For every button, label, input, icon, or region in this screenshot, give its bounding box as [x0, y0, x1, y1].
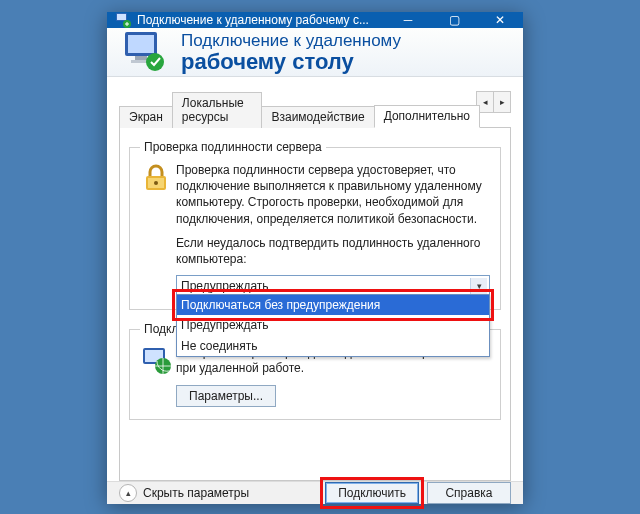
header-line2: рабочему столу [181, 50, 401, 73]
chevron-up-icon: ▴ [119, 484, 137, 502]
combobox-value: Предупреждать [181, 278, 269, 294]
server-auth-prompt: Если неудалось подтвердить подлинность у… [176, 235, 490, 267]
svg-point-7 [146, 53, 164, 71]
close-button[interactable]: ✕ [477, 12, 523, 28]
dialog-header-text: Подключение к удаленному рабочему столу [181, 31, 401, 74]
tab-experience[interactable]: Взаимодействие [261, 106, 374, 128]
gateway-settings-button[interactable]: Параметры... [176, 385, 276, 407]
window-controls: ─ ▢ ✕ [385, 12, 523, 28]
globe-monitor-icon [140, 344, 176, 406]
tab-display[interactable]: Экран [119, 106, 173, 128]
chevron-down-icon: ▾ [470, 278, 487, 294]
dialog-header: Подключение к удаленному рабочему столу [107, 28, 523, 77]
svg-point-10 [154, 181, 158, 185]
tab-advanced[interactable]: Дополнительно [374, 105, 480, 128]
window-title: Подключение к удаленному рабочему с... [137, 13, 385, 27]
dialog-body: Экран Локальные ресурсы Взаимодействие Д… [107, 77, 523, 481]
option-do-not-connect[interactable]: Не соединять [177, 336, 489, 356]
tab-strip: Экран Локальные ресурсы Взаимодействие Д… [119, 91, 511, 128]
auth-failure-action-dropdown: Подключаться без предупреждения Предупре… [176, 294, 490, 357]
group-server-auth-legend: Проверка подлинности сервера [140, 140, 326, 154]
lock-icon [140, 162, 176, 297]
option-warn[interactable]: Предупреждать [177, 315, 489, 335]
tab-panel-advanced: Проверка подлинности сервера Проверка по… [119, 128, 511, 481]
hide-options-toggle[interactable]: ▴ Скрыть параметры [119, 484, 249, 502]
option-connect-no-warn[interactable]: Подключаться без предупреждения [177, 295, 489, 315]
svg-rect-4 [128, 35, 154, 53]
rdp-dialog-window: Подключение к удаленному рабочему с... ─… [107, 12, 523, 502]
tab-local-resources[interactable]: Локальные ресурсы [172, 92, 263, 128]
header-line1: Подключение к удаленному [181, 31, 401, 51]
tab-scroll: ◂ ▸ [477, 91, 511, 111]
titlebar: Подключение к удаленному рабочему с... ─… [107, 12, 523, 28]
help-button[interactable]: Справка [427, 482, 511, 504]
server-auth-description: Проверка подлинности сервера удостоверяе… [176, 162, 490, 227]
dialog-footer: ▴ Скрыть параметры Подключить Справка [107, 481, 523, 504]
maximize-button[interactable]: ▢ [431, 12, 477, 28]
group-server-auth: Проверка подлинности сервера Проверка по… [129, 140, 501, 310]
hide-options-label: Скрыть параметры [143, 486, 249, 500]
svg-rect-5 [135, 56, 147, 60]
connect-button[interactable]: Подключить [325, 482, 419, 504]
app-icon [115, 12, 131, 28]
svg-rect-1 [117, 14, 126, 20]
rdp-header-icon [121, 28, 169, 76]
minimize-button[interactable]: ─ [385, 12, 431, 28]
tab-scroll-right[interactable]: ▸ [493, 91, 511, 113]
